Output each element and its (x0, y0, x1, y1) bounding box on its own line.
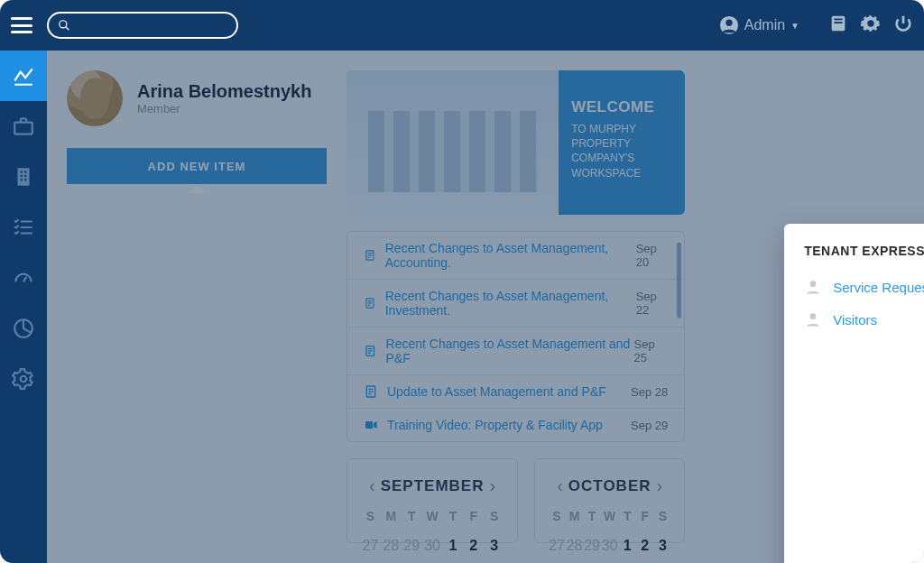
cal-day[interactable]: 1 (443, 532, 464, 559)
welcome-panel: WELCOME TO MURPHY PROPERTY COMPANY'S WOR… (559, 70, 685, 215)
document-icon (364, 296, 376, 310)
cal-day[interactable]: 1 (618, 532, 636, 559)
svg-rect-14 (24, 179, 26, 180)
scrollbar[interactable] (677, 243, 681, 431)
svg-point-39 (810, 281, 817, 287)
cal-dow: F (636, 505, 654, 527)
sidebar-dashboard[interactable] (0, 51, 47, 101)
cal-dow: F (463, 505, 484, 527)
cal-day[interactable]: 3 (654, 532, 672, 559)
svg-rect-5 (834, 19, 842, 21)
add-new-item-label: ADD NEW ITEM (148, 160, 246, 173)
cal-dow: M (381, 505, 402, 527)
popover-item-label: Visitors (833, 312, 877, 328)
news-row[interactable]: Recent Changes to Asset Management, Acco… (347, 232, 684, 280)
svg-rect-6 (834, 22, 842, 23)
svg-line-18 (23, 277, 26, 282)
news-title: Recent Changes to Asset Management, Acco… (385, 241, 636, 270)
news-title: Recent Changes to Asset Management, Inve… (385, 289, 636, 318)
cal-dow: T (618, 505, 636, 527)
svg-point-3 (725, 20, 732, 26)
caret-down-icon: ▼ (790, 21, 799, 31)
sidebar-building[interactable] (0, 152, 47, 202)
sidebar-settings[interactable] (0, 354, 47, 404)
cal-day[interactable]: 27 (548, 532, 566, 559)
cal-dow: S (654, 505, 672, 527)
cal-dow: T (402, 505, 422, 527)
top-icons (828, 14, 913, 37)
power-icon[interactable] (893, 14, 913, 37)
news-title: Training Video: Property & Facility App (387, 418, 603, 432)
cal-prev[interactable]: ‹ (364, 475, 381, 496)
cal-day[interactable]: 28 (566, 532, 584, 559)
search-icon (58, 19, 70, 32)
menu-icon[interactable] (11, 17, 32, 33)
cal-day[interactable]: 28 (381, 532, 402, 559)
sidebar-gauge[interactable] (0, 253, 47, 303)
svg-rect-13 (21, 179, 23, 180)
app-root: Admin ▼ Arina Belomestnyk (0, 0, 924, 563)
news-row[interactable]: Recent Changes to Asset Management, Inve… (347, 280, 684, 328)
popover-item-0[interactable]: Service Request (804, 271, 924, 303)
cal-dow: W (601, 505, 619, 527)
svg-rect-7 (14, 123, 32, 134)
cal-dow: S (548, 505, 566, 527)
cal-dow: S (360, 505, 381, 527)
cal-day[interactable]: 2 (636, 532, 654, 559)
cal-prev[interactable]: ‹ (551, 475, 568, 496)
search-box[interactable] (47, 12, 238, 39)
left-column: Arina Belomestnykh Member ADD NEW ITEM (47, 51, 346, 563)
user-menu[interactable]: Admin ▼ (719, 15, 799, 35)
svg-point-0 (60, 21, 67, 28)
svg-line-1 (66, 27, 69, 31)
cal-day[interactable]: 30 (601, 532, 619, 559)
news-row[interactable]: Training Video: Property & Facility AppS… (347, 409, 684, 441)
svg-point-20 (21, 376, 27, 383)
user-icon (719, 15, 739, 35)
cal-day[interactable]: 29 (583, 532, 601, 559)
popover-item-1[interactable]: Visitors (804, 303, 924, 336)
popover-item-label: Service Request (833, 280, 924, 295)
right-column: WELCOME TO MURPHY PROPERTY COMPANY'S WOR… (346, 51, 705, 563)
user-label: Admin (744, 17, 785, 33)
cal-day[interactable]: 30 (422, 532, 443, 559)
svg-marker-38 (374, 421, 377, 429)
news-row[interactable]: Recent Changes to Asset Management and P… (347, 328, 684, 375)
svg-rect-9 (21, 171, 23, 173)
sidebar-briefcase[interactable] (0, 101, 47, 152)
hero-image (346, 70, 559, 215)
profile-role: Member (137, 102, 311, 115)
cal-day[interactable]: 2 (463, 532, 484, 559)
tenant-express-popover: TENANT EXPRESS Service RequestVisitors (784, 224, 924, 563)
news-date: Sep 28 (631, 385, 668, 399)
welcome-body: TO MURPHY PROPERTY COMPANY'S WORKSPACE (571, 122, 672, 180)
news-title: Update to Asset Management and P&F (387, 384, 606, 399)
cal-next[interactable]: › (651, 475, 669, 496)
body: Arina Belomestnykh Member ADD NEW ITEM W… (0, 51, 924, 563)
sidebar-checklist[interactable] (0, 202, 47, 253)
cal-next[interactable]: › (484, 475, 501, 496)
document-icon (364, 248, 376, 263)
svg-rect-10 (24, 171, 26, 173)
calendar-1: ‹OCTOBER›SMTWTFS2728293012345678910 (534, 458, 685, 543)
news-row[interactable]: Update to Asset Management and P&FSep 28 (347, 375, 684, 409)
add-new-item-button[interactable]: ADD NEW ITEM (67, 148, 327, 184)
popover-title: TENANT EXPRESS (804, 244, 924, 258)
news-list: Recent Changes to Asset Management, Acco… (346, 231, 685, 442)
search-input[interactable] (76, 19, 227, 32)
cal-day[interactable]: 27 (360, 532, 381, 559)
cal-dow: W (422, 505, 443, 527)
sidebar-pie[interactable] (0, 303, 47, 354)
cal-day[interactable]: 3 (484, 532, 504, 559)
hero-banner: WELCOME TO MURPHY PROPERTY COMPANY'S WOR… (346, 70, 685, 215)
gear-icon[interactable] (861, 14, 881, 37)
cal-dow: T (583, 505, 601, 527)
calendar-0: ‹SEPTEMBER›SMTWTFS2728293012345678910 (346, 458, 518, 543)
news-date: Sep 22 (636, 290, 669, 317)
svg-rect-11 (21, 175, 23, 177)
cal-day[interactable]: 29 (402, 532, 422, 559)
cal-dow: T (443, 505, 464, 527)
svg-point-40 (810, 313, 817, 319)
svg-rect-37 (365, 421, 373, 429)
book-icon[interactable] (828, 14, 848, 37)
